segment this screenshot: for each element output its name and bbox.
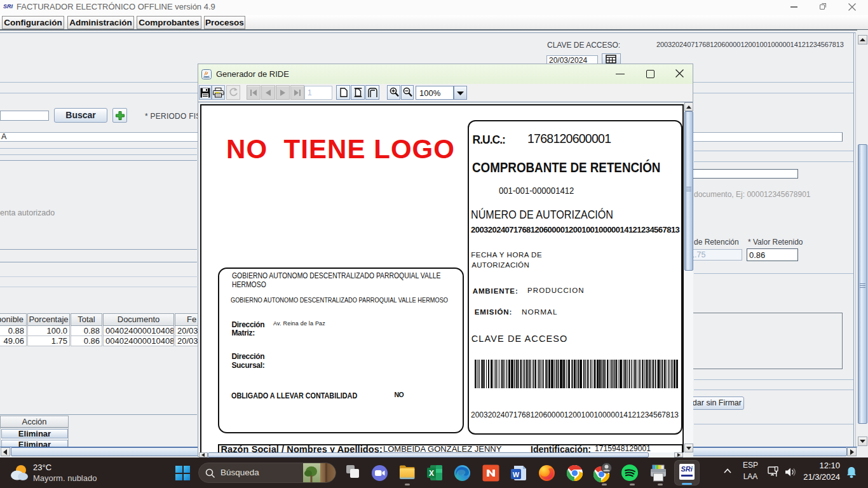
svg-text:W: W [513, 471, 520, 478]
svg-text:X: X [429, 469, 434, 478]
